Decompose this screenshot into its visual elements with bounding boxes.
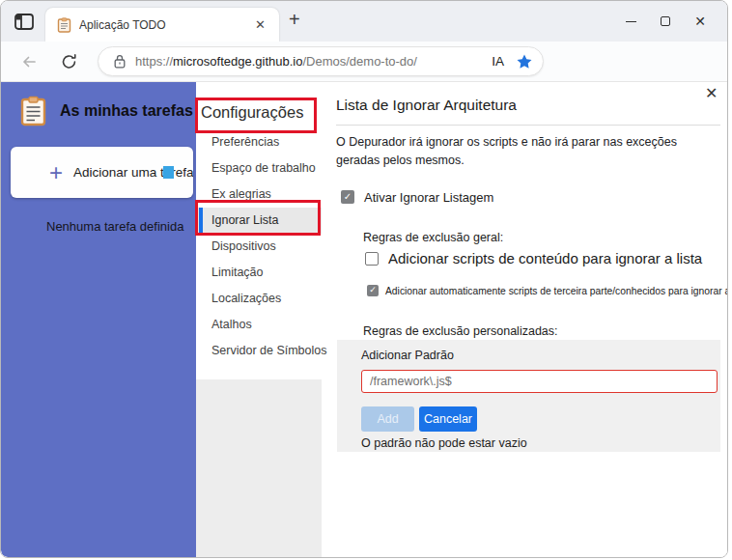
general-rules-heading: Regras de exclusão geral: xyxy=(363,231,503,244)
menu-item-localizacoes[interactable]: Localizações xyxy=(196,286,322,312)
third-party-label: Adicionar automaticamente scripts de ter… xyxy=(385,286,728,296)
close-window-button[interactable]: ✕ xyxy=(683,7,718,36)
back-button[interactable] xyxy=(20,53,38,74)
tab-close-icon[interactable]: ✕ xyxy=(251,15,269,34)
todo-app-header: As minhas tarefas xyxy=(20,96,193,126)
menu-item-espaco-de-trabalho[interactable]: Espaço de trabalho xyxy=(196,155,322,182)
menu-item-dispositivos[interactable]: Dispositivos xyxy=(196,234,322,260)
menu-item-label: Ignorar Lista xyxy=(211,213,278,227)
favorite-star-icon[interactable] xyxy=(516,53,533,70)
todo-sidebar: As minhas tarefas + Adicionar uma tarefa… xyxy=(1,82,196,557)
browser-toolbar: https://microsoftedge.github.io/Demos/de… xyxy=(1,42,727,82)
lock-icon xyxy=(114,54,126,69)
menu-item-ex-alegrias[interactable]: Ex alegrias xyxy=(196,182,322,208)
url-ia-badge[interactable]: IA xyxy=(492,54,504,69)
settings-menu: Preferências Espaço de trabalho Ex alegr… xyxy=(196,129,322,364)
url-scheme: https:// xyxy=(135,54,173,69)
edge-window: Aplicação TODO ✕ + ✕ xyxy=(0,0,728,558)
cancel-button[interactable]: Cancelar xyxy=(419,406,477,432)
tab-favicon-clipboard-icon xyxy=(57,17,71,33)
maximize-button[interactable] xyxy=(648,7,683,36)
refresh-button[interactable] xyxy=(61,53,77,74)
maximize-icon xyxy=(661,16,670,26)
url-host: microsoftedge.github.io xyxy=(173,54,302,69)
browser-tab[interactable]: Aplicação TODO ✕ xyxy=(45,8,279,42)
settings-column-background xyxy=(196,379,322,557)
content-scripts-label: Adicionar scripts de conteúdo para ignor… xyxy=(388,250,702,266)
ignore-list-title: Lista de Ignorar Arquitetura xyxy=(336,97,517,114)
clipboard-icon xyxy=(20,96,46,126)
third-party-checkbox[interactable] xyxy=(367,285,379,296)
add-task-label: Adicionar uma tarefa xyxy=(73,165,193,180)
title-divider xyxy=(336,125,720,126)
add-button[interactable]: Add xyxy=(361,406,414,432)
content-scripts-checkbox[interactable] xyxy=(365,252,379,266)
menu-item-ignorar-lista[interactable]: Ignorar Lista xyxy=(196,208,322,234)
menu-item-atalhos[interactable]: Atalhos xyxy=(196,312,322,338)
selected-indicator-bar xyxy=(199,208,203,234)
pattern-input[interactable] xyxy=(361,370,718,393)
url-path: /Demos/demo-to-do/ xyxy=(302,54,417,69)
close-icon: ✕ xyxy=(694,14,706,29)
window-controls: ✕ xyxy=(613,1,718,42)
new-tab-button[interactable]: + xyxy=(289,9,300,31)
ignore-list-description: O Depurador irá ignorar os scripts e não… xyxy=(336,133,720,171)
address-bar[interactable]: https://microsoftedge.github.io/Demos/de… xyxy=(98,46,544,76)
menu-item-limitacao[interactable]: Limitação xyxy=(196,260,322,286)
minimize-icon xyxy=(626,21,636,22)
text-caret-highlight xyxy=(163,166,174,179)
custom-rules-panel: Adicionar Padrão Add Cancelar O padrão n… xyxy=(337,340,720,452)
close-settings-icon[interactable]: ✕ xyxy=(705,84,718,102)
empty-tasks-message: Nenhuma tarefa definida xyxy=(46,219,183,234)
plus-icon: + xyxy=(49,161,63,184)
menu-item-servidor-de-simbolos[interactable]: Servidor de Símbolos xyxy=(196,338,322,364)
tab-actions-icon[interactable] xyxy=(14,14,34,30)
enable-ignore-list-checkbox[interactable] xyxy=(341,190,354,204)
validation-message: O padrão não pode estar vazio xyxy=(361,436,527,450)
menu-item-preferencias[interactable]: Preferências xyxy=(196,129,322,155)
page-content: As minhas tarefas + Adicionar uma tarefa… xyxy=(1,82,727,557)
tab-title: Aplicação TODO xyxy=(79,18,251,32)
browser-window: Aplicação TODO ✕ + ✕ xyxy=(0,0,732,560)
add-pattern-label: Adicionar Padrão xyxy=(361,349,454,362)
enable-ignore-list-label: Ativar Ignorar Listagem xyxy=(364,190,493,205)
custom-rules-heading: Regras de exclusão personalizadas: xyxy=(363,324,558,338)
url-text: https://microsoftedge.github.io/Demos/de… xyxy=(135,54,417,69)
todo-app-title: As minhas tarefas xyxy=(60,102,193,120)
minimize-button[interactable] xyxy=(613,7,648,36)
tab-strip: Aplicação TODO ✕ + ✕ xyxy=(1,1,727,42)
settings-panel-title: Configurações xyxy=(201,103,303,122)
